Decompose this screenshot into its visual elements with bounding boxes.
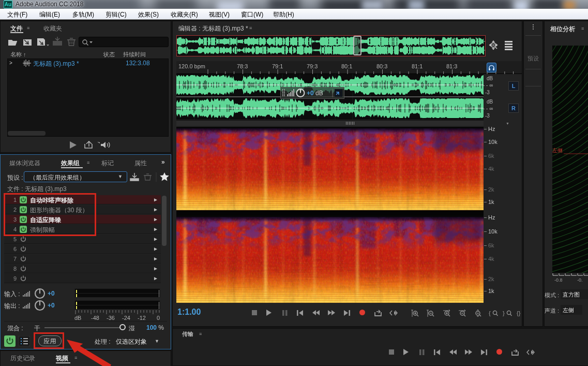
svg-text:}: } bbox=[503, 310, 505, 316]
svg-text:+0: +0 bbox=[307, 90, 314, 97]
svg-text:{: { bbox=[489, 310, 491, 316]
svg-text:{}: {} bbox=[517, 310, 521, 316]
svg-text:dB: dB bbox=[315, 90, 323, 97]
svg-text:左侧: 左侧 bbox=[552, 148, 563, 153]
